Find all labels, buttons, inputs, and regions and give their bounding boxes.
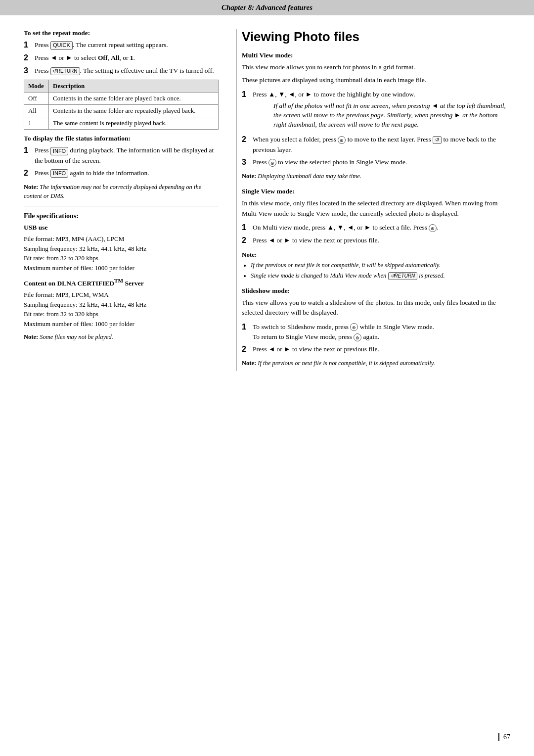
slideshow-intro: This view allows you to watch a slidesho… [242,298,510,318]
right-column: Viewing Photo files Multi View mode: Thi… [236,29,510,371]
return-button-icon: ↺RETURN [50,67,80,75]
table-header-desc: Description [49,80,219,93]
multi-view-intro2: These pictures are displayed using thumb… [242,75,510,85]
file-status-note: Note: The information may not be correct… [24,183,219,201]
file-status-step-2: 2 Press INFO again to hide the informati… [24,168,219,179]
single-view-note-heading: Note: [242,250,510,260]
table-row: All Contents in the same folder are repe… [24,105,219,117]
chapter-header: Chapter 8: Advanced features [0,0,534,15]
file-status-steps: 1 Press INFO during playback. The inform… [24,145,219,178]
dlna-heading: Content on DLNA CERTIFIEDTM Server [24,277,219,288]
content-area: To set the repeat mode: 1 Press QUICK. T… [0,29,534,371]
multi-view-step-3: 3 Press ⊛ to view the selected photo in … [242,157,510,168]
single-view-heading: Single View mode: [242,188,510,195]
usb-heading: USB use [24,223,219,233]
ok-btn-ss: ⊛ [350,323,358,331]
multi-view-steps: 1 Press ▲, ▼, ◄, or ► to move the highli… [242,90,510,168]
ok-btn-ss2: ⊛ [354,333,361,341]
slideshow-step-2: 2 Press ◄ or ► to view the next or previ… [242,344,510,355]
multi-view-step-2: 2 When you select a folder, press ⊛ to m… [242,135,510,155]
page-number: 67 [498,733,510,741]
ok-button-icon: ⊛ [338,136,346,144]
single-view-note-list: If the previous or next file is not comp… [242,261,510,280]
multi-view-intro1: This view mode allows you to search for … [242,62,510,72]
step-2: 2 Press ◄ or ► to select Off, All, or 1. [24,53,219,63]
ok-button-icon-2: ⊛ [268,159,276,167]
single-view-step-2: 2 Press ◄ or ► to view the next or previ… [242,236,510,246]
mode-table: Mode Description Off Contents in the sam… [24,80,219,130]
single-view-steps: 1 On Multi view mode, press ▲, ▼, ◄, or … [242,223,510,246]
multi-view-heading: Multi View mode: [242,51,510,59]
info-button-icon: INFO [50,147,68,155]
slideshow-heading: Slideshow mode: [242,287,510,295]
page-num-text: 67 [503,733,510,741]
repeat-mode-heading: To set the repeat mode: [24,29,219,37]
multi-view-note: Note: Displaying thumbnail data may take… [242,172,510,181]
return-btn-note: ↺RETURN [388,272,418,280]
main-title: Viewing Photo files [242,29,510,45]
table-row: 1 The same content is repeatedly played … [24,117,219,130]
ok-btn-sv: ⊛ [429,224,437,232]
usb-details: File format: MP3, MP4 (AAC), LPCM Sampli… [24,234,219,273]
info-button-icon-2: INFO [50,169,68,178]
table-header-mode: Mode [24,80,49,93]
divider [24,206,219,206]
chapter-title: Chapter 8: Advanced features [222,3,312,11]
return-btn-icon: ↺ [433,136,442,144]
left-column: To set the repeat mode: 1 Press QUICK. T… [24,29,236,371]
table-row: Off Contents in the same folder are play… [24,93,219,105]
slideshow-note: Note: If the previous or next file is no… [242,359,510,368]
file-status-heading: To display the file status information: [24,135,219,142]
step-1: 1 Press QUICK. The current repeat settin… [24,40,219,50]
step-3: 3 Press ↺RETURN. The setting is effectiv… [24,66,219,76]
single-view-step-1: 1 On Multi view mode, press ▲, ▼, ◄, or … [242,223,510,233]
page: Chapter 8: Advanced features To set the … [0,0,534,756]
multi-view-bullets: If all of the photos will not fit in one… [264,101,510,130]
single-view-intro: In this view mode, only files located in… [242,198,510,219]
slideshow-steps: 1 To switch to Slideshow mode, press ⊛ w… [242,322,510,355]
specs-note: Note: Some files may not be played. [24,332,219,342]
file-specs-heading: File specifications: [24,212,219,220]
slideshow-step-1: 1 To switch to Slideshow mode, press ⊛ w… [242,322,510,342]
quick-button-icon: QUICK [50,41,73,49]
dlna-details: File format: MP3, LPCM, WMA Sampling fre… [24,290,219,329]
multi-view-step-1: 1 Press ▲, ▼, ◄, or ► to move the highli… [242,90,510,133]
file-status-step-1: 1 Press INFO during playback. The inform… [24,145,219,166]
repeat-mode-steps: 1 Press QUICK. The current repeat settin… [24,40,219,76]
